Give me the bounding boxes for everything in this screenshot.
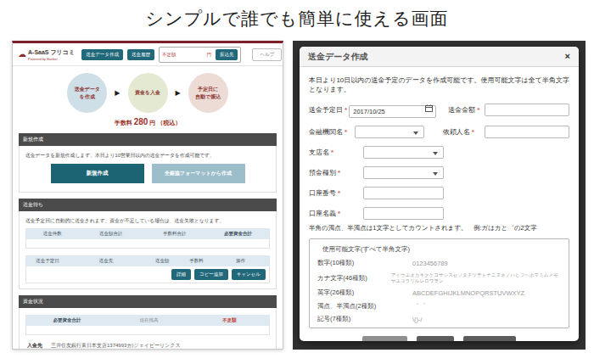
char-row-dakuten-label: 濁点、半濁点(2種類): [317, 302, 412, 311]
list-header-fee: 手数料: [182, 258, 211, 264]
summary-empty-row: [25, 239, 270, 249]
shortage-label: 不足額: [162, 52, 177, 58]
char-row-symbols-label: 記号(7種類): [317, 315, 412, 323]
funds-empty-row: [25, 326, 270, 335]
row-cancel-button[interactable]: キャンセル: [232, 269, 266, 280]
char-row-digits: 数字(10種類) 0123456789: [317, 259, 561, 267]
char-row-alpha-label: 英字(26種類): [317, 288, 412, 297]
account-number-label-text: 口座番号: [309, 188, 336, 198]
funds-header-current-balance: 現在残高: [109, 317, 189, 323]
shortage-amount-box: 不足額 円 振込先: [159, 47, 242, 63]
section-pending-transfers-header: 送金待ち: [19, 199, 277, 211]
scheduled-date-label: 送金予定日 *: [309, 105, 349, 115]
step-auto-transfer-line1: 予定日に: [198, 86, 218, 93]
usable-characters-title: 使用可能文字(すべて半角文字): [322, 245, 561, 254]
step-auto-transfer: 予定日に 自動で振込: [188, 73, 228, 113]
bank-name-select[interactable]: [355, 126, 423, 138]
required-mark: *: [338, 169, 340, 176]
account-holder-label-text: 口座名義: [309, 209, 336, 218]
create-from-zengin-format-button[interactable]: 全銀協フォーマットから作成: [152, 164, 245, 183]
account-holder-input[interactable]: [363, 207, 444, 220]
process-steps: 送金データ を作成 ▶ 資金を入金 ▶ 予定日に 自動で振込: [13, 73, 283, 113]
client-name-input[interactable]: [485, 126, 569, 138]
char-row-alpha-value: ABCDEFGHIJKLMNOPQRSTUVWXYZ: [412, 289, 524, 297]
modal-header: 送金データ作成 ×: [300, 47, 579, 67]
summary-header-amount-total: 送金額合計: [79, 231, 143, 237]
section-funds-status: 資金状況 必要資金合計 現在残高 不足額 入金先 三井住友銀行東日本支店1374…: [19, 295, 277, 350]
list-header-actions: 操作: [211, 258, 270, 264]
step-create-data: 送金データ を作成: [67, 73, 107, 113]
bank-name-label: 金融機関名 *: [309, 127, 355, 137]
app-header: ☁ A-SaaS フリコミ Powered by Banker 送金データ作成 …: [13, 43, 283, 66]
funds-table: 必要資金合計 現在残高 不足額: [25, 315, 270, 335]
pending-summary-table: 送金件数 送金額合計 手数料合計 必要資金合計: [25, 228, 270, 249]
deposit-type-label-text: 預金種別: [309, 168, 336, 177]
fee-unit: 円: [149, 120, 155, 126]
section-create-new: 新規作成 送金データを新規作成します。本日より10営業日以内の送金データを作成可…: [19, 133, 277, 193]
account-number-label: 口座番号 *: [309, 188, 363, 198]
summary-header-required-funds-total: 必要資金合計: [206, 231, 270, 237]
step-arrow-icon: ▶: [115, 89, 120, 97]
required-mark: *: [345, 128, 347, 136]
char-row-kana: カナ文字(46種類) アイウエオカキクケコサシスセソタチツテトナニヌネノハヒフヘ…: [317, 272, 561, 284]
scheduled-date-label-text: 送金予定日: [309, 105, 343, 115]
deposit-destination-label: 入金先: [27, 342, 42, 350]
char-row-digits-value: 0123456789: [412, 260, 448, 267]
modal-close-button[interactable]: 閉じる: [362, 336, 407, 341]
list-header-payee: 送金先: [70, 258, 143, 264]
nav-create-transfer-data-button[interactable]: 送金データ作成: [81, 49, 123, 60]
table-row: 詳細 コピー追加 キャンセル: [25, 266, 270, 283]
app-logo: ☁ A-SaaS フリコミ Powered by Banker: [18, 48, 75, 61]
step-create-data-line1: 送金データ: [75, 86, 100, 93]
summary-header-count: 送金件数: [25, 231, 79, 237]
char-row-symbols: 記号(7種類) \()-/: [317, 315, 561, 323]
required-mark: *: [338, 189, 340, 197]
close-icon[interactable]: ×: [565, 52, 570, 61]
section-create-new-header: 新規作成: [19, 133, 277, 146]
modal-intro-text: 本日より10日以内の送金予定のデータを作成可能です。使用可能文字は全て半角文字と…: [309, 76, 569, 94]
calendar-icon[interactable]: [425, 104, 433, 112]
modal-register-button[interactable]: 登録: [417, 336, 454, 341]
deposit-type-select[interactable]: [363, 166, 444, 179]
list-header-amount: 送金額: [143, 258, 182, 264]
step-create-data-line2: を作成: [80, 93, 95, 101]
page-title: シンプルで誰でも簡単に使える画面: [0, 7, 594, 31]
deposit-destination-value: 三井住友銀行東日本支店1374993カ)ジェイピーリンクス: [51, 342, 181, 350]
char-row-symbols-value: \()-/: [412, 316, 423, 323]
row-copy-add-button[interactable]: コピー追加: [194, 269, 228, 280]
dakuten-count-note: 半角の濁点、半濁点は1文字としてカウントされます。 例:ガはカと゛の2文字: [309, 224, 569, 232]
logo-name: A-SaaS フリコミ: [28, 48, 75, 57]
section-funds-status-header: 資金状況: [19, 295, 277, 308]
transfer-amount-input[interactable]: [485, 104, 569, 116]
fee-prefix: 手数料: [115, 120, 132, 126]
account-number-input[interactable]: [363, 187, 444, 199]
required-mark: *: [345, 106, 347, 114]
step-deposit-funds-line1: 資金を入金: [135, 89, 160, 97]
cloud-logo-icon: ☁: [18, 50, 26, 59]
scheduled-date-input[interactable]: [349, 105, 436, 118]
app-window: ☁ A-SaaS フリコミ Powered by Banker 送金データ作成 …: [12, 41, 283, 350]
summary-header-fee-total: 手数料合計: [143, 231, 206, 237]
branch-name-label: 支店名 *: [309, 148, 363, 157]
branch-name-select[interactable]: [363, 146, 444, 159]
required-mark: *: [331, 148, 333, 156]
bank-name-label-text: 金融機関名: [309, 127, 343, 137]
modal-continuous-create-button[interactable]: 連続作成: [463, 336, 516, 341]
branch-name-label-text: 支店名: [309, 148, 329, 157]
transfer-amount-label: 送金金額 *: [448, 105, 485, 115]
char-row-alpha: 英字(26種類) ABCDEFGHIJKLMNOPQRSTUVWXYZ: [317, 288, 561, 297]
row-detail-button[interactable]: 詳細: [171, 269, 191, 280]
modal-title: 送金データ作成: [308, 51, 367, 63]
create-new-button[interactable]: 新規作成: [51, 164, 144, 183]
payee-button[interactable]: 振込先: [216, 49, 238, 60]
section-pending-transfers-desc: 送金予定日に自動的に送金されます。資金が不足している場合は、送金失敗となります。: [25, 217, 272, 225]
nav-transfer-history-button[interactable]: 送金履歴: [127, 49, 154, 60]
section-pending-transfers: 送金待ち 送金予定日に自動的に送金されます。資金が不足している場合は、送金失敗と…: [19, 199, 277, 289]
help-button[interactable]: ヘルプ: [252, 48, 282, 61]
shortage-unit: 円: [206, 52, 211, 58]
fee-amount: 280: [134, 117, 148, 126]
char-row-kana-value: アイウエオカキクケコサシスセソタチツテトナニヌネノハヒフヘホマミムメモヤユヨラリ…: [391, 272, 561, 284]
transfer-data-modal: 送金データ作成 × 本日より10日以内の送金予定のデータを作成可能です。使用可能…: [300, 47, 579, 341]
char-row-dakuten-value: ゛゜: [412, 302, 425, 311]
modal-overlay: 送金データ作成 × 本日より10日以内の送金予定のデータを作成可能です。使用可能…: [293, 41, 586, 350]
